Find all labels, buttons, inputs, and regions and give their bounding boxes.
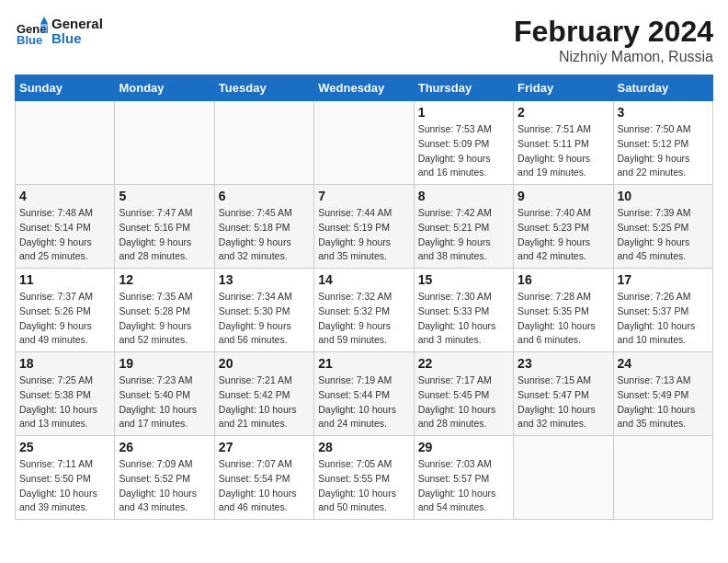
svg-text:Blue: Blue (17, 33, 42, 47)
day-info: Sunrise: 7:48 AM Sunset: 5:14 PM Dayligh… (19, 206, 110, 264)
calendar-cell: 10Sunrise: 7:39 AM Sunset: 5:25 PM Dayli… (613, 185, 712, 269)
day-info: Sunrise: 7:39 AM Sunset: 5:25 PM Dayligh… (618, 206, 709, 264)
day-info: Sunrise: 7:32 AM Sunset: 5:32 PM Dayligh… (318, 290, 409, 348)
day-number: 19 (119, 356, 210, 371)
day-number: 9 (518, 189, 609, 203)
day-number: 17 (618, 272, 709, 287)
day-number: 29 (418, 440, 509, 454)
day-info: Sunrise: 7:28 AM Sunset: 5:35 PM Dayligh… (518, 290, 609, 348)
day-number: 22 (418, 356, 509, 371)
day-info: Sunrise: 7:09 AM Sunset: 5:52 PM Dayligh… (119, 457, 210, 515)
calendar-cell: 16Sunrise: 7:28 AM Sunset: 5:35 PM Dayli… (514, 269, 613, 352)
calendar-cell (16, 101, 115, 185)
day-number: 21 (318, 356, 409, 371)
calendar-cell: 6Sunrise: 7:45 AM Sunset: 5:18 PM Daylig… (214, 185, 313, 269)
calendar-week-4: 25Sunrise: 7:11 AM Sunset: 5:50 PM Dayli… (16, 436, 713, 520)
day-number: 23 (518, 356, 609, 371)
calendar-cell: 11Sunrise: 7:37 AM Sunset: 5:26 PM Dayli… (16, 269, 115, 352)
day-number: 15 (418, 272, 509, 287)
calendar-cell: 18Sunrise: 7:25 AM Sunset: 5:38 PM Dayli… (16, 352, 115, 436)
day-info: Sunrise: 7:37 AM Sunset: 5:26 PM Dayligh… (19, 290, 110, 348)
logo: General Blue General Blue (15, 15, 103, 48)
day-number: 1 (418, 105, 509, 120)
day-info: Sunrise: 7:45 AM Sunset: 5:18 PM Dayligh… (219, 206, 310, 264)
svg-marker-2 (40, 17, 48, 24)
day-info: Sunrise: 7:11 AM Sunset: 5:50 PM Dayligh… (19, 457, 110, 515)
calendar-cell: 13Sunrise: 7:34 AM Sunset: 5:30 PM Dayli… (214, 269, 313, 352)
calendar-cell (514, 436, 613, 520)
day-number: 5 (119, 189, 210, 203)
day-info: Sunrise: 7:25 AM Sunset: 5:38 PM Dayligh… (19, 373, 110, 431)
calendar-cell: 24Sunrise: 7:13 AM Sunset: 5:49 PM Dayli… (613, 352, 712, 436)
calendar-header-thursday: Thursday (414, 75, 513, 101)
calendar-cell: 14Sunrise: 7:32 AM Sunset: 5:32 PM Dayli… (314, 269, 414, 352)
calendar-cell: 5Sunrise: 7:47 AM Sunset: 5:16 PM Daylig… (115, 185, 214, 269)
day-info: Sunrise: 7:35 AM Sunset: 5:28 PM Dayligh… (119, 290, 210, 348)
day-number: 24 (618, 356, 709, 371)
calendar-cell: 4Sunrise: 7:48 AM Sunset: 5:14 PM Daylig… (16, 185, 115, 269)
day-number: 7 (318, 189, 409, 203)
calendar-table: SundayMondayTuesdayWednesdayThursdayFrid… (15, 75, 713, 520)
calendar-cell (314, 101, 414, 185)
day-info: Sunrise: 7:34 AM Sunset: 5:30 PM Dayligh… (219, 290, 310, 348)
page-header: General Blue General Blue February 2024 … (15, 15, 713, 65)
calendar-cell: 29Sunrise: 7:03 AM Sunset: 5:57 PM Dayli… (414, 436, 513, 520)
day-number: 20 (219, 356, 310, 371)
day-number: 14 (318, 272, 409, 287)
calendar-week-0: 1Sunrise: 7:53 AM Sunset: 5:09 PM Daylig… (16, 101, 713, 185)
calendar-header-wednesday: Wednesday (314, 75, 414, 101)
day-info: Sunrise: 7:21 AM Sunset: 5:42 PM Dayligh… (219, 373, 310, 431)
day-info: Sunrise: 7:26 AM Sunset: 5:37 PM Dayligh… (618, 290, 709, 348)
calendar-cell: 3Sunrise: 7:50 AM Sunset: 5:12 PM Daylig… (613, 101, 712, 185)
day-number: 28 (318, 440, 409, 454)
day-number: 10 (618, 189, 709, 203)
calendar-week-1: 4Sunrise: 7:48 AM Sunset: 5:14 PM Daylig… (16, 185, 713, 269)
logo-text-general: General (51, 17, 103, 32)
day-info: Sunrise: 7:53 AM Sunset: 5:09 PM Dayligh… (418, 122, 509, 180)
calendar-week-3: 18Sunrise: 7:25 AM Sunset: 5:38 PM Dayli… (16, 352, 713, 436)
day-number: 13 (219, 272, 310, 287)
day-info: Sunrise: 7:42 AM Sunset: 5:21 PM Dayligh… (418, 206, 509, 264)
calendar-cell: 21Sunrise: 7:19 AM Sunset: 5:44 PM Dayli… (314, 352, 414, 436)
day-info: Sunrise: 7:44 AM Sunset: 5:19 PM Dayligh… (318, 206, 409, 264)
day-number: 3 (618, 105, 709, 120)
calendar-header-sunday: Sunday (16, 75, 115, 101)
month-title: February 2024 (514, 15, 713, 49)
logo-icon: General Blue (15, 15, 48, 48)
calendar-cell: 7Sunrise: 7:44 AM Sunset: 5:19 PM Daylig… (314, 185, 414, 269)
calendar-cell: 27Sunrise: 7:07 AM Sunset: 5:54 PM Dayli… (214, 436, 313, 520)
day-number: 12 (119, 272, 210, 287)
day-info: Sunrise: 7:15 AM Sunset: 5:47 PM Dayligh… (518, 373, 609, 431)
calendar-cell: 26Sunrise: 7:09 AM Sunset: 5:52 PM Dayli… (115, 436, 214, 520)
day-info: Sunrise: 7:51 AM Sunset: 5:11 PM Dayligh… (518, 122, 609, 180)
calendar-header-tuesday: Tuesday (214, 75, 313, 101)
calendar-cell (115, 101, 214, 185)
day-info: Sunrise: 7:50 AM Sunset: 5:12 PM Dayligh… (618, 122, 709, 180)
day-info: Sunrise: 7:47 AM Sunset: 5:16 PM Dayligh… (119, 206, 210, 264)
calendar-cell: 17Sunrise: 7:26 AM Sunset: 5:37 PM Dayli… (613, 269, 712, 352)
calendar-cell: 19Sunrise: 7:23 AM Sunset: 5:40 PM Dayli… (115, 352, 214, 436)
day-info: Sunrise: 7:07 AM Sunset: 5:54 PM Dayligh… (219, 457, 310, 515)
svg-marker-3 (40, 24, 48, 33)
calendar-header-row: SundayMondayTuesdayWednesdayThursdayFrid… (16, 75, 713, 101)
day-number: 6 (219, 189, 310, 203)
calendar-header-saturday: Saturday (613, 75, 712, 101)
calendar-week-2: 11Sunrise: 7:37 AM Sunset: 5:26 PM Dayli… (16, 269, 713, 352)
day-info: Sunrise: 7:03 AM Sunset: 5:57 PM Dayligh… (418, 457, 509, 515)
day-info: Sunrise: 7:05 AM Sunset: 5:55 PM Dayligh… (318, 457, 409, 515)
calendar-cell: 1Sunrise: 7:53 AM Sunset: 5:09 PM Daylig… (414, 101, 513, 185)
calendar-cell: 15Sunrise: 7:30 AM Sunset: 5:33 PM Dayli… (414, 269, 513, 352)
day-number: 8 (418, 189, 509, 203)
day-info: Sunrise: 7:30 AM Sunset: 5:33 PM Dayligh… (418, 290, 509, 348)
calendar-cell: 9Sunrise: 7:40 AM Sunset: 5:23 PM Daylig… (514, 185, 613, 269)
day-info: Sunrise: 7:17 AM Sunset: 5:45 PM Dayligh… (418, 373, 509, 431)
day-number: 11 (19, 272, 110, 287)
day-number: 27 (219, 440, 310, 454)
day-info: Sunrise: 7:40 AM Sunset: 5:23 PM Dayligh… (518, 206, 609, 264)
title-area: February 2024 Nizhniy Mamon, Russia (514, 15, 713, 65)
day-number: 4 (19, 189, 110, 203)
day-number: 18 (19, 356, 110, 371)
day-number: 16 (518, 272, 609, 287)
calendar-header-monday: Monday (115, 75, 214, 101)
calendar-cell: 12Sunrise: 7:35 AM Sunset: 5:28 PM Dayli… (115, 269, 214, 352)
